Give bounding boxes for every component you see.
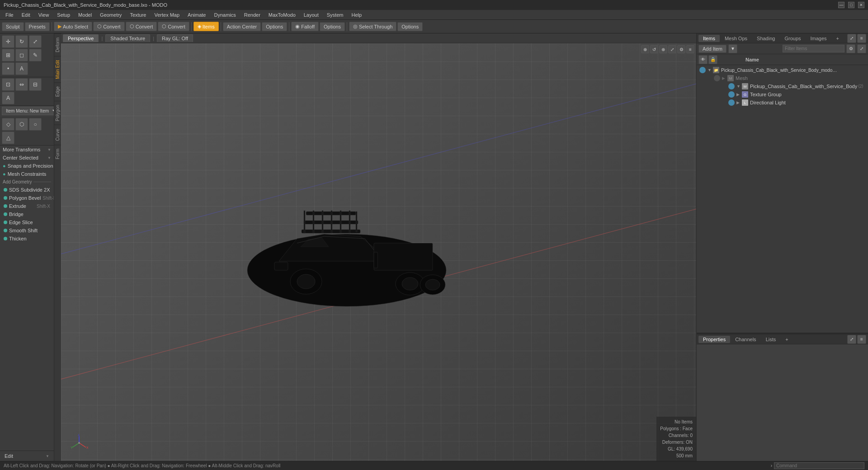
deform-vert-label[interactable]: Deform xyxy=(54,33,61,56)
smooth-shift-btn[interactable]: Smooth Shift xyxy=(1,226,53,235)
presets-button[interactable]: Presets xyxy=(25,22,50,31)
add-item-dropdown-btn[interactable]: ▼ xyxy=(728,44,737,53)
sds-subdivide-btn[interactable]: SDS Subdivide 2X xyxy=(1,186,53,194)
auto-select-button[interactable]: ▶ Auto Select xyxy=(54,22,92,31)
scale-icon-btn[interactable]: ⤢ xyxy=(29,35,42,48)
tab-shading[interactable]: Shading xyxy=(752,35,779,42)
menu-item-render[interactable]: Render xyxy=(241,11,264,19)
action-center-button[interactable]: Action Center xyxy=(223,22,261,31)
geo1-icon-btn[interactable]: ◇ xyxy=(2,118,14,131)
right-panel-expand-btn[interactable]: ⤢ xyxy=(847,34,856,43)
right-panel-menu-btn[interactable]: ≡ xyxy=(857,34,866,43)
tab-groups[interactable]: Groups xyxy=(780,35,805,42)
options1-button[interactable]: Options xyxy=(262,22,287,31)
titlebar-controls[interactable]: — □ ✕ xyxy=(838,2,864,8)
tab-properties[interactable]: Properties xyxy=(698,336,730,343)
convert3-button[interactable]: ⬡ Convert xyxy=(158,22,189,31)
convert1-button[interactable]: ⬡ Convert xyxy=(93,22,125,31)
paint-icon-btn[interactable]: ✎ xyxy=(29,49,42,61)
menu-item-help[interactable]: Help xyxy=(348,11,365,19)
options2-button[interactable]: Options xyxy=(320,22,345,31)
sym-icon-btn[interactable]: ⊟ xyxy=(29,78,42,91)
more-transforms-btn[interactable]: More Transforms ▼ xyxy=(0,146,54,154)
minimize-button[interactable]: — xyxy=(838,2,844,8)
tree-eye-all-btn[interactable]: 👁 xyxy=(698,55,708,64)
convert2-button[interactable]: ⬡ Convert xyxy=(126,22,157,31)
vertex-icon-btn[interactable]: • xyxy=(2,62,14,75)
tree-item-dir-light[interactable]: ▶ L Directional Light xyxy=(712,99,867,107)
extrude-btn[interactable]: Extrude Shift-X xyxy=(1,202,53,210)
snap-icon-btn[interactable]: ⊡ xyxy=(2,78,14,91)
form-vert-label[interactable]: Form xyxy=(54,145,61,163)
options3-button[interactable]: Options xyxy=(397,22,423,31)
perspective-tab[interactable]: Perspective xyxy=(63,34,99,42)
menu-item-view[interactable]: View xyxy=(35,11,53,19)
tree-item-pickup-mesh[interactable]: ▼ M Pickup_Chassis_Cab_Black_with_Servic… xyxy=(712,82,867,90)
menu-item-dynamics[interactable]: Dynamics xyxy=(210,11,239,19)
menu-item-maxtomodo[interactable]: MaxToModo xyxy=(265,11,299,19)
select-icon-btn[interactable]: ◻ xyxy=(15,49,28,61)
tab-items[interactable]: Items xyxy=(698,35,720,42)
viewport-settings-icon[interactable]: ⚙ xyxy=(677,45,685,53)
geo4-icon-btn[interactable]: △ xyxy=(2,132,14,144)
bridge-btn[interactable]: Bridge xyxy=(1,210,53,218)
menu-item-edit[interactable]: Edit xyxy=(18,11,34,19)
curve-vert-label[interactable]: Curve xyxy=(54,125,61,145)
viewport-crosshair-icon[interactable]: ⊕ xyxy=(641,45,649,53)
polygon-vert-label[interactable]: Polygon xyxy=(54,101,61,125)
items-button[interactable]: ◈ Items xyxy=(193,22,219,31)
tab-add[interactable]: + xyxy=(832,35,844,42)
item-menu-select[interactable]: Item Menu: New Item xyxy=(2,107,59,115)
main-edit-vert-label[interactable]: Main Edit xyxy=(54,56,61,83)
viewport-zoom-icon[interactable]: ⊕ xyxy=(659,45,667,53)
menu-item-geometry[interactable]: Geometry xyxy=(96,11,125,19)
viewport-reset-icon[interactable]: ↺ xyxy=(650,45,658,53)
edge-vert-label[interactable]: Edge xyxy=(54,82,61,100)
menu-item-setup[interactable]: Setup xyxy=(53,11,74,19)
maximize-button[interactable]: □ xyxy=(848,2,854,8)
menu-item-texture[interactable]: Texture xyxy=(126,11,150,19)
menu-item-file[interactable]: File xyxy=(2,11,17,19)
tree-item-mesh-parent[interactable]: ▶ M Mesh xyxy=(705,74,867,82)
transform-icon-btn[interactable]: ⊞ xyxy=(2,49,14,61)
viewport-menu-icon[interactable]: ≡ xyxy=(686,45,694,53)
filter-settings-btn[interactable]: ⚙ xyxy=(846,44,855,53)
falloff-button[interactable]: ◉ Falloff xyxy=(291,22,319,31)
mesh-constraints-btn[interactable]: ● Mesh Constraints xyxy=(0,170,54,178)
tree-lock-btn[interactable]: 🔒 xyxy=(708,55,717,64)
filter-items-input[interactable] xyxy=(783,45,844,52)
edge-slice-btn[interactable]: Edge Slice xyxy=(1,218,53,226)
edit-btn[interactable]: Edit ▼ xyxy=(2,452,52,460)
tree-item-texture-group[interactable]: ▶ G Texture Group xyxy=(712,90,867,99)
shaded-texture-tab[interactable]: Shaded Texture xyxy=(105,34,150,42)
geo3-icon-btn[interactable]: ○ xyxy=(29,118,42,131)
tab-channels[interactable]: Channels xyxy=(731,336,760,343)
select-through-button[interactable]: ◎ Select Through xyxy=(349,22,396,31)
rotate-icon-btn[interactable]: ↻ xyxy=(15,35,28,48)
viewport-maximize-icon[interactable]: ⤢ xyxy=(668,45,676,53)
menu-item-animate[interactable]: Animate xyxy=(184,11,209,19)
close-button[interactable]: ✕ xyxy=(858,2,864,8)
menu-item-vertex map[interactable]: Vertex Map xyxy=(151,11,183,19)
ray-gl-tab[interactable]: Ray GL: Off xyxy=(157,34,193,42)
menu-item-system[interactable]: System xyxy=(323,11,347,19)
props-menu-btn[interactable]: ≡ xyxy=(857,335,866,344)
command-input[interactable] xyxy=(774,462,864,469)
tab-images[interactable]: Images xyxy=(806,35,831,42)
tab-props-add[interactable]: + xyxy=(781,336,793,343)
geo2-icon-btn[interactable]: ⬡ xyxy=(15,118,28,131)
center-selected-btn[interactable]: Center Selected ▼ xyxy=(0,154,54,162)
add-item-button[interactable]: Add Item xyxy=(698,45,726,53)
sculpt-button[interactable]: Sculpt xyxy=(2,22,24,31)
menu-item-model[interactable]: Model xyxy=(75,11,95,19)
tab-lists[interactable]: Lists xyxy=(761,336,781,343)
tab-mesh-ops[interactable]: Mesh Ops xyxy=(720,35,752,42)
props-expand-btn[interactable]: ⤢ xyxy=(847,335,856,344)
snaps-precision-btn[interactable]: ● Snaps and Precision xyxy=(0,162,54,170)
tree-item-root[interactable]: ▼ 📁 Pickup_Chassis_Cab_Black_with_Servic… xyxy=(698,66,867,74)
weight-icon-btn[interactable]: A xyxy=(2,92,14,104)
text-icon-btn[interactable]: A xyxy=(15,62,28,75)
polygon-bevel-btn[interactable]: Polygon Bevel Shift-B xyxy=(1,194,53,202)
move-icon-btn[interactable]: ✛ xyxy=(2,35,14,48)
mirror-icon-btn[interactable]: ⇔ xyxy=(15,78,28,91)
